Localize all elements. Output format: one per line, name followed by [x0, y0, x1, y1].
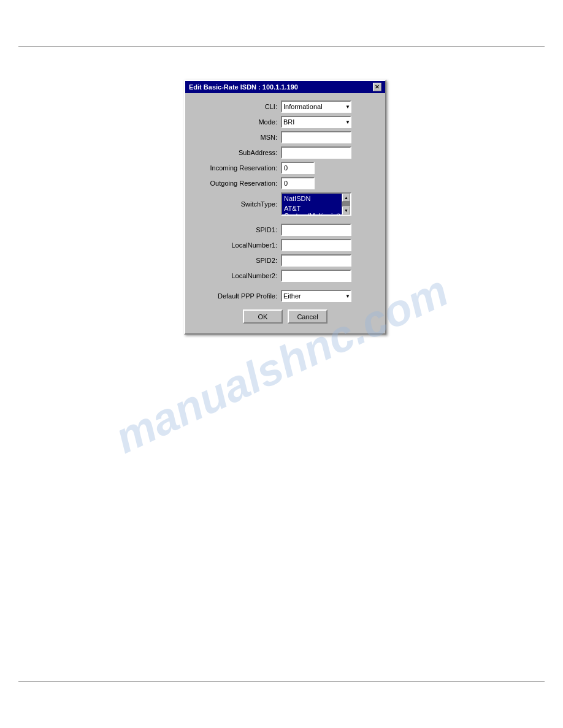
outgoing-res-input[interactable] — [281, 177, 315, 189]
outgoing-res-control — [281, 177, 375, 189]
dialog-body: CLI: Informational None Ignore Mode: — [185, 93, 385, 333]
mode-label: Mode: — [195, 118, 281, 126]
msn-control — [281, 131, 375, 143]
spid1-control — [281, 224, 375, 236]
default-ppp-control: Either None — [281, 290, 375, 302]
cli-label: CLI: — [195, 103, 281, 110]
local-number1-control — [281, 239, 375, 251]
switch-type-item-natisdn[interactable]: NatISDN — [282, 194, 342, 203]
switch-type-label: SwitchType: — [195, 200, 281, 208]
default-ppp-row: Default PPP Profile: Either None — [195, 290, 375, 302]
switch-type-listbox[interactable]: NatISDN AT&T Custom(Multipoint) ▲ ▼ — [281, 192, 351, 216]
spid2-label: SPID2: — [195, 257, 281, 264]
spacer1 — [195, 219, 375, 224]
spid1-label: SPID1: — [195, 226, 281, 233]
button-row: OK Cancel — [195, 309, 375, 326]
page: manualshnc.com Edit Basic-Rate ISDN : 10… — [0, 0, 563, 728]
scrollbar-up-arrow[interactable]: ▲ — [342, 194, 350, 202]
msn-input[interactable] — [281, 131, 351, 143]
default-ppp-select-wrapper: Either None — [281, 290, 351, 302]
switch-type-control: NatISDN AT&T Custom(Multipoint) ▲ ▼ — [281, 192, 375, 216]
top-rule — [18, 46, 545, 47]
cli-row: CLI: Informational None Ignore — [195, 100, 375, 113]
spid2-row: SPID2: — [195, 254, 375, 267]
scrollbar-track — [342, 202, 350, 207]
ok-button[interactable]: OK — [243, 309, 283, 324]
scrollbar-down-arrow[interactable]: ▼ — [342, 207, 350, 214]
spid2-control — [281, 254, 375, 267]
mode-select-wrapper: BRI PRI — [281, 116, 351, 128]
dialog-title: Edit Basic-Rate ISDN : 100.1.1.190 — [189, 83, 298, 91]
local-number2-label: LocalNumber2: — [195, 272, 281, 279]
local-number2-control — [281, 270, 375, 282]
default-ppp-select[interactable]: Either None — [281, 290, 351, 302]
incoming-res-row: Incoming Reservation: — [195, 162, 375, 174]
spid2-input[interactable] — [281, 254, 351, 267]
mode-row: Mode: BRI PRI — [195, 116, 375, 128]
cli-select[interactable]: Informational None Ignore — [281, 100, 351, 113]
msn-label: MSN: — [195, 134, 281, 141]
cancel-button[interactable]: Cancel — [288, 309, 327, 324]
incoming-res-control — [281, 162, 375, 174]
subaddress-input[interactable] — [281, 146, 351, 159]
switch-type-list: NatISDN AT&T Custom(Multipoint) — [282, 194, 342, 214]
mode-select[interactable]: BRI PRI — [281, 116, 351, 128]
spid1-input[interactable] — [281, 224, 351, 236]
local-number1-row: LocalNumber1: — [195, 239, 375, 251]
switch-type-scrollbar: ▲ ▼ — [342, 194, 350, 214]
close-button[interactable]: ✕ — [373, 83, 381, 91]
incoming-res-label: Incoming Reservation: — [195, 164, 281, 172]
outgoing-res-label: Outgoing Reservation: — [195, 180, 281, 187]
subaddress-control — [281, 146, 375, 159]
spacer2 — [195, 285, 375, 290]
switch-type-item-att[interactable]: AT&T Custom(Multipoint) — [282, 203, 342, 214]
default-ppp-label: Default PPP Profile: — [195, 292, 281, 300]
cli-select-wrapper: Informational None Ignore — [281, 100, 351, 113]
msn-row: MSN: — [195, 131, 375, 143]
bottom-rule — [18, 681, 545, 682]
dialog-window: Edit Basic-Rate ISDN : 100.1.1.190 ✕ CLI… — [184, 80, 386, 335]
local-number1-input[interactable] — [281, 239, 351, 251]
local-number1-label: LocalNumber1: — [195, 241, 281, 249]
subaddress-row: SubAddress: — [195, 146, 375, 159]
dialog-titlebar: Edit Basic-Rate ISDN : 100.1.1.190 ✕ — [185, 81, 385, 93]
local-number2-input[interactable] — [281, 270, 351, 282]
mode-control: BRI PRI — [281, 116, 375, 128]
switch-type-row: SwitchType: NatISDN AT&T Custom(Multipoi… — [195, 192, 375, 216]
outgoing-res-row: Outgoing Reservation: — [195, 177, 375, 189]
spid1-row: SPID1: — [195, 224, 375, 236]
cli-control: Informational None Ignore — [281, 100, 375, 113]
incoming-res-input[interactable] — [281, 162, 315, 174]
subaddress-label: SubAddress: — [195, 149, 281, 156]
local-number2-row: LocalNumber2: — [195, 270, 375, 282]
